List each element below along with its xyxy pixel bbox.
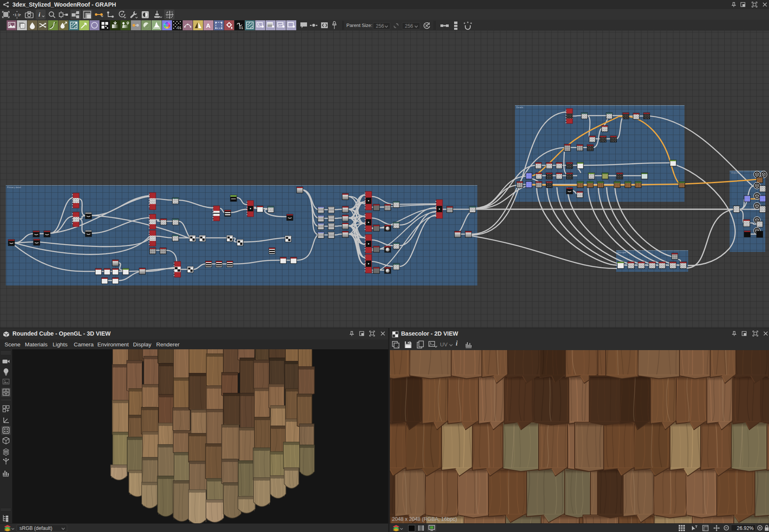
svg-text:01: 01 [177,26,181,29]
svg-text:1:1: 1:1 [15,13,20,17]
svg-text:i: i [39,11,41,18]
svg-text:A: A [206,22,210,29]
svg-text:01: 01 [239,26,243,29]
